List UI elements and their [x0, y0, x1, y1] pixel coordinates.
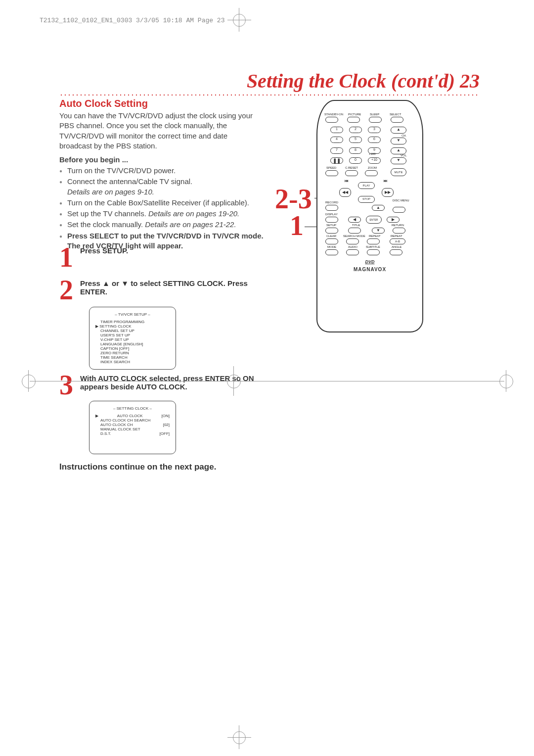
btn-8[interactable]: 8: [349, 147, 362, 154]
osd-line: AUTO CLOCK[ON]: [95, 414, 170, 418]
btn-left[interactable]: ◀: [348, 217, 361, 223]
before-list: Turn on the TV/VCR/DVD power. Connect th…: [59, 166, 267, 251]
osd-line: AUTO CLOCK CH SEARCH: [95, 418, 170, 423]
reg-mark-icon: [28, 370, 29, 392]
remote-control: STANDBY-ON PICTURE SLEEP SELECT 1 2 3 4 …: [316, 100, 423, 332]
btn-audio[interactable]: [346, 249, 359, 255]
dvd-logo: DVD: [323, 259, 416, 264]
lbl-audio: AUDIO: [348, 245, 357, 248]
lbl-display: DISPLAY: [325, 213, 338, 216]
lbl-standby: STANDBY-ON: [324, 113, 343, 116]
btn-6[interactable]: 6: [368, 137, 381, 143]
osd-line: ZERO RETURN: [95, 351, 170, 355]
lbl-search: SEARCH MODE: [343, 235, 365, 237]
btn-title[interactable]: [348, 228, 361, 234]
osd-line: LANGUAGE [ENGLISH]: [95, 342, 170, 346]
lbl-sleep: SLEEP: [370, 113, 379, 116]
btn-4[interactable]: 4: [330, 137, 343, 143]
btn-speed[interactable]: [325, 170, 338, 176]
btn-sleep[interactable]: [369, 117, 382, 123]
reg-mark-icon: [499, 375, 513, 388]
osd-line: AUTO CLOCK CH[02]: [95, 423, 170, 427]
osd-line: USER'S SET UP: [95, 333, 170, 337]
btn-repeat-ab[interactable]: A-B: [390, 238, 405, 244]
before-item: Set up the TV channels. Details are on p…: [59, 209, 267, 219]
print-header: T2132_1102_0102_EN1_0303 3/3/05 10:18 AM…: [40, 17, 224, 24]
btn-zoom[interactable]: [365, 170, 378, 176]
btn-mute[interactable]: MUTE: [391, 168, 406, 176]
lbl-title: TITLE: [352, 224, 360, 227]
step-num-2: 2: [59, 276, 73, 304]
lbl-vol: VOL.: [400, 154, 407, 157]
osd1-title: – TV/VCR SETUP –: [95, 312, 170, 317]
btn-select[interactable]: [391, 117, 403, 123]
step-text-1: Press SETUP.: [80, 246, 128, 255]
reg-mark-icon: [233, 14, 246, 27]
osd-line: TIME SEARCH: [95, 355, 170, 360]
btn-discmenu[interactable]: [393, 207, 405, 213]
page-title: Setting the Clock (cont'd) 23: [247, 69, 480, 93]
btn-2[interactable]: 2: [349, 127, 362, 133]
btn-ch-up[interactable]: ▲: [391, 127, 406, 134]
btn-3[interactable]: 3: [368, 127, 381, 133]
step-2: 2 Press ▲ or ▼ to select SETTING CLOCK. …: [59, 279, 258, 304]
btn-right[interactable]: ▶: [387, 217, 400, 223]
btn-standby[interactable]: [325, 117, 338, 123]
reg-mark-icon: [227, 375, 241, 388]
btn-subtitle[interactable]: [367, 249, 380, 255]
btn-angle[interactable]: [390, 249, 402, 255]
btn-repeat[interactable]: [367, 238, 380, 244]
btn-picture[interactable]: [347, 117, 360, 123]
continue-text: Instructions continue on the next page.: [59, 462, 216, 472]
btn-enter[interactable]: ENTER: [366, 216, 382, 224]
before-item: Turn on the Cable Box/Satellite Receiver…: [59, 198, 267, 208]
before-you-begin: Before you begin ... Turn on the TV/VCR/…: [59, 155, 267, 252]
btn-clear[interactable]: [325, 238, 338, 244]
btn-stop[interactable]: STOP: [358, 196, 375, 203]
btn-ff[interactable]: ▶▶: [382, 188, 394, 197]
lbl-creset: C.RESET: [345, 166, 358, 169]
step-num-1: 1: [59, 243, 73, 271]
btn-searchmode[interactable]: [346, 238, 359, 244]
before-item: Set the clock manually. Details are on p…: [59, 220, 267, 230]
btn-7[interactable]: 7: [330, 147, 343, 154]
before-item: Connect the antenna/Cable TV signal. Det…: [59, 177, 267, 197]
btn-creset[interactable]: [345, 170, 358, 176]
osd-line: D.S.T.[OFF]: [95, 431, 170, 436]
osd-line: SETTING CLOCK: [95, 324, 170, 329]
lbl-zoom: ZOOM: [368, 166, 377, 169]
reg-mark-icon: [22, 375, 36, 388]
skip-next-icon: ⏭: [384, 179, 388, 183]
btn-mode[interactable]: [325, 249, 338, 255]
step-text-2: Press ▲ or ▼ to select SETTING CLOCK. Pr…: [80, 279, 258, 296]
btn-play[interactable]: PLAY: [358, 182, 375, 189]
btn-up[interactable]: ▲: [372, 205, 385, 211]
btn-display[interactable]: [325, 217, 338, 223]
btn-rew[interactable]: ◀◀: [339, 188, 351, 197]
btn-record[interactable]: [325, 205, 338, 211]
step-num-3: 3: [59, 371, 73, 399]
lbl-clear: CLEAR: [326, 235, 336, 237]
lbl-mode: MODE: [327, 245, 336, 248]
btn-1[interactable]: 1: [330, 127, 343, 133]
lbl-discmenu: DISC MENU: [393, 199, 407, 202]
divider-dots: [59, 94, 480, 96]
lbl-select: SELECT: [390, 113, 401, 116]
btn-pause-icon[interactable]: ❚❚: [330, 157, 343, 164]
btn-return[interactable]: [393, 228, 405, 234]
lbl-plus100: +100: [369, 152, 376, 155]
lbl-ch: CH.: [401, 134, 406, 137]
btn-setup[interactable]: [325, 228, 338, 234]
lbl-repeat: REPEAT: [369, 235, 381, 237]
osd-line: CAPTION [OFF]: [95, 346, 170, 351]
reg-mark-icon: [30, 381, 504, 381]
btn-plus10[interactable]: +10: [368, 157, 381, 164]
lbl-setup: SETUP: [326, 224, 336, 227]
btn-0[interactable]: 0: [349, 157, 362, 164]
btn-vol-down[interactable]: ▼: [391, 157, 406, 164]
btn-down[interactable]: ▼: [372, 228, 385, 234]
btn-vol-up[interactable]: ▲: [391, 147, 406, 154]
btn-ch-down[interactable]: ▼: [391, 138, 406, 144]
btn-5[interactable]: 5: [349, 137, 362, 143]
osd2-title: – SETTING CLOCK –: [95, 406, 170, 411]
